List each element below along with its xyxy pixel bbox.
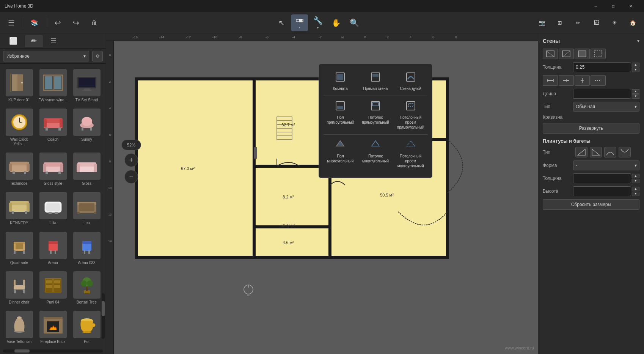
svg-point-87 — [81, 280, 87, 286]
popup-item-rect-ceiling[interactable]: Потолок прямоугольный — [359, 98, 393, 133]
svg-text:-4: -4 — [292, 35, 295, 39]
item-bonsai[interactable]: Bonsai Tree — [71, 269, 103, 307]
form-select[interactable]: - ▾ — [573, 160, 639, 170]
popup-item-arc-wall[interactable]: Стена дугой — [394, 69, 427, 94]
length-input[interactable] — [573, 89, 631, 99]
pan-button[interactable]: ✋ — [328, 14, 344, 31]
undo-button[interactable]: ↩ — [49, 14, 66, 31]
stencil-btn-3[interactable] — [575, 49, 590, 59]
item-kup-door[interactable]: KUP door 01 — [3, 67, 35, 105]
item-label-quadrante: Quadrante — [10, 261, 28, 265]
svg-rect-51 — [46, 203, 60, 211]
thickness-up[interactable]: ▲ — [632, 63, 639, 67]
tab-floor[interactable]: ⬜ — [3, 35, 24, 47]
close-button[interactable]: ✕ — [622, 0, 639, 12]
search-button[interactable]: 🔍 — [346, 14, 363, 31]
item-arena033[interactable]: Arena 033 — [71, 230, 103, 267]
length-stencil-3[interactable] — [575, 75, 590, 86]
skirting-type-1[interactable] — [575, 147, 587, 157]
item-techmodel[interactable]: Techmodel — [3, 150, 35, 188]
stencil-btn-2[interactable] — [559, 49, 574, 59]
item-sunny[interactable]: Sunny — [71, 106, 103, 149]
item-fw-symm[interactable]: FW symm wind... — [37, 67, 69, 105]
height-input[interactable] — [573, 186, 631, 196]
item-label-gloss: Gloss — [82, 181, 92, 186]
select-button[interactable]: ↖ — [273, 14, 290, 31]
zoom-level[interactable]: 52% — [121, 140, 141, 150]
popup-item-rect-floor[interactable]: Пол прямоугольный — [324, 98, 357, 133]
draw-wall-button[interactable]: ⬜ ▾ — [291, 14, 308, 31]
popup-item-poly-ceiling[interactable]: Потолок многоугольный — [359, 136, 393, 171]
grid-button[interactable]: ⊞ — [551, 14, 568, 31]
item-dinner-chair[interactable]: Dinner chair — [3, 269, 35, 307]
length-stencil-1[interactable] — [543, 75, 558, 86]
tab-edit[interactable]: ✏ — [25, 35, 43, 47]
walls-dropdown[interactable]: ▾ — [637, 38, 639, 44]
stencil-btn-4[interactable] — [591, 49, 606, 59]
length-stencil-4[interactable] — [591, 75, 606, 86]
item-fireplace[interactable]: Fireplace Brick — [37, 308, 69, 346]
vertical-scrollbar[interactable] — [102, 293, 105, 339]
popup-item-straight-wall[interactable]: Прямая стена — [359, 69, 393, 94]
maximize-button[interactable]: □ — [605, 0, 622, 12]
thickness-down[interactable]: ▼ — [632, 68, 639, 72]
skirting-type-2[interactable] — [590, 147, 602, 157]
height-up[interactable]: ▲ — [632, 187, 639, 191]
length-stencil-2[interactable] — [559, 75, 574, 86]
item-tv-set[interactable]: TV Set Stand — [71, 67, 103, 105]
height-down[interactable]: ▼ — [632, 192, 639, 196]
category-dropdown[interactable]: Избранное ▾ — [3, 51, 89, 61]
rect-floor-label: Пол прямоугольный — [325, 115, 356, 125]
item-lea[interactable]: Lea — [71, 190, 103, 228]
redo-button[interactable]: ↪ — [68, 14, 84, 31]
length-up[interactable]: ▲ — [632, 89, 639, 94]
stencil-btn-1[interactable] — [543, 49, 558, 59]
minimize-button[interactable]: ─ — [587, 0, 605, 12]
svg-rect-134 — [254, 147, 257, 159]
expand-button[interactable]: Развернуть — [543, 123, 639, 134]
item-wall-clock[interactable]: Wall Clock Yello... — [3, 106, 35, 149]
svg-rect-49 — [25, 211, 27, 214]
item-thumb-kennedy — [6, 192, 33, 219]
library-button[interactable]: 📚 — [26, 14, 43, 31]
item-pot[interactable]: Pot — [71, 308, 103, 346]
item-coach[interactable]: Coach — [37, 106, 69, 149]
horizontal-scrollbar[interactable] — [3, 349, 103, 352]
popup-item-poly-floor[interactable]: Пол многоугольный — [324, 136, 357, 171]
skirting-type-3[interactable] — [604, 147, 616, 157]
thickness-input[interactable]: 0,25 — [573, 62, 631, 72]
tab-list[interactable]: ☰ — [44, 35, 63, 47]
pen-button[interactable]: ✏ — [570, 14, 586, 31]
menu-button[interactable]: ☰ — [3, 14, 20, 31]
zoom-out-button[interactable]: − — [124, 170, 138, 184]
skirting-thickness-input[interactable] — [573, 173, 631, 183]
item-puni04[interactable]: Puni 04 — [37, 269, 69, 307]
house3d-button[interactable]: 🏠 — [624, 14, 641, 31]
item-arena[interactable]: Arena — [37, 230, 69, 267]
item-lilia[interactable]: Lilia — [37, 190, 69, 228]
skirting-thickness-up[interactable]: ▲ — [632, 174, 639, 178]
item-quadrante[interactable]: Quadrante — [3, 230, 35, 267]
reset-button[interactable]: Сбросить размеры — [543, 199, 639, 210]
item-gloss[interactable]: Gloss — [71, 150, 103, 188]
type-select[interactable]: Обычная ▾ — [573, 102, 639, 112]
tools-button[interactable]: 🔧▾ — [309, 14, 326, 31]
delete-button[interactable]: 🗑 — [86, 14, 102, 31]
popup-item-rect-ceiling-opening[interactable]: Потолочный проём прямоугольный — [394, 98, 427, 133]
item-vase[interactable]: Vase Teftonian — [3, 308, 35, 346]
zoom-in-button[interactable]: + — [124, 153, 138, 167]
svg-text:4: 4 — [109, 107, 111, 110]
photo-button[interactable]: 🖼 — [588, 14, 605, 31]
item-gloss-style[interactable]: Gloss style — [37, 150, 69, 188]
settings-button[interactable]: ⚙ — [92, 51, 103, 61]
camera-button[interactable]: 📷 — [533, 14, 550, 31]
item-kennedy[interactable]: KENNEDY — [3, 190, 35, 228]
svg-rect-27 — [90, 127, 92, 131]
popup-item-poly-ceiling-opening[interactable]: Потолочный проём многоугольный — [394, 136, 427, 171]
length-down[interactable]: ▼ — [632, 94, 639, 99]
sun-button[interactable]: ☀ — [606, 14, 623, 31]
popup-item-room[interactable]: Комната — [324, 69, 357, 94]
room-label-219: 21.9 м² — [281, 223, 295, 228]
skirting-type-4[interactable] — [619, 147, 631, 157]
skirting-thickness-down[interactable]: ▼ — [632, 179, 639, 183]
